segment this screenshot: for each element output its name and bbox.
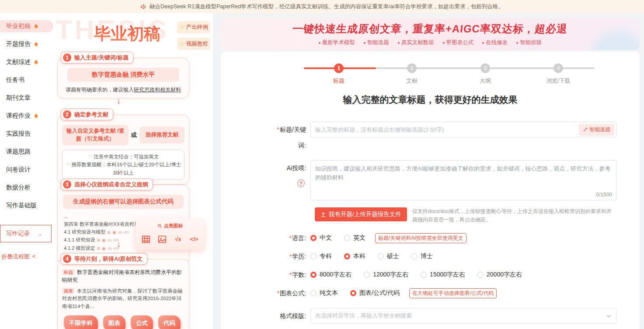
result-title-text: 数字普惠金融对河南省农村居民消费水平的影响研究 xyxy=(62,269,182,283)
radio-label: 博士 xyxy=(421,252,433,260)
bullet-dot xyxy=(319,42,320,44)
radio-selected-icon xyxy=(310,272,317,278)
pill-formula[interactable]: 公式 xyxy=(131,315,153,329)
sidebar-item-thesis-draft[interactable]: 毕业初稿 xyxy=(0,20,53,32)
smart-topic-button[interactable]: 智能选题 xyxy=(579,124,614,136)
label-text: 字数: xyxy=(292,271,306,278)
table-mini-icon: ⊞ xyxy=(97,238,101,242)
degree-label: *学历: xyxy=(271,252,310,261)
radio-label: 15000字左右 xyxy=(430,271,465,279)
sidebar-item-task-book[interactable]: 任务书 xyxy=(0,74,55,86)
english-requirement-tag: 标题/关键词和AI投喂需全部使用英文 xyxy=(375,233,466,243)
school-template-select[interactable]: 先选择对应学历，再输入学校全称搜索 xyxy=(310,308,616,324)
step-4-box: 标题数字普惠金融对河南省农村居民消费水平的影响研究 摘要本文以河南省为研究对象，… xyxy=(57,259,189,329)
radio-bachelor[interactable]: 本科 xyxy=(344,252,366,260)
sidebar-item-label: 毕业初稿 xyxy=(6,22,31,30)
upload-note: 仅支持docx/doc格式，上传较慢需耐心等待，上传之后请在输入框检查识别的要求… xyxy=(412,207,616,224)
magnifier-icon xyxy=(157,224,162,228)
flow-step-3: 3 选择心仪提纲或者自定义提纲 生成提纲的右侧可以选择图表公式代码 ... 第四… xyxy=(57,178,189,265)
announcement-banner: 融合DeepSeek R1满血模型PaperRed学术写作模型，经亿级真实文献训… xyxy=(0,0,644,13)
char-counter: 0/1500 xyxy=(596,192,612,198)
formula-icon[interactable]: √x xyxy=(172,233,184,245)
sidebar-item-label: 数据分析 xyxy=(6,184,31,192)
feature-label: 智能排版 xyxy=(520,39,542,46)
sidebar-item-label: 期刊文章 xyxy=(6,94,31,102)
recommended-reference-option: 选择推荐文献 xyxy=(139,126,184,144)
radio-label: 专科 xyxy=(320,252,332,260)
writing-records-button[interactable]: 写作记录 → xyxy=(0,225,52,242)
step-2-badge: 2 确定参考文献 xyxy=(61,108,113,120)
code-icon[interactable]: </> xyxy=(188,233,200,245)
sidebar-item-data-analysis[interactable]: 数据分析 xyxy=(0,182,55,194)
chart-formula-options: 纯文本 图表/公式/代码 在大纲处可手动选择图表/公式/代码 xyxy=(310,288,497,298)
pill-charts[interactable]: 图表 xyxy=(103,315,125,329)
radio-doctor[interactable]: 博士 xyxy=(411,252,433,260)
collapse-flowchart-button[interactable]: 折叠流程图 < xyxy=(0,253,55,261)
abstract-tag: 摘要 xyxy=(62,288,75,294)
pill-code[interactable]: 代码 xyxy=(158,315,181,329)
radio-english[interactable]: 英文 xyxy=(344,234,366,242)
image-icon[interactable] xyxy=(156,233,168,245)
radio-15000[interactable]: 15000字左右 xyxy=(421,271,465,279)
title-input[interactable] xyxy=(315,126,579,133)
sidebar-item-journal-article[interactable]: 期刊文章 xyxy=(0,92,55,104)
radio-8000[interactable]: 8000字左右 xyxy=(310,271,352,279)
video-tutorial-button[interactable]: ☞ 视频教程 xyxy=(177,38,210,50)
step-number: 1 xyxy=(63,53,71,62)
sidebar-item-proposal-report[interactable]: 开题报告 xyxy=(0,38,55,50)
outline-line-text: 4.1 研究假设与模型 xyxy=(64,229,105,234)
feature-label: 在线修改 xyxy=(486,39,508,46)
radio-20000[interactable]: 20000字左右 xyxy=(477,271,522,279)
stepper-label-literature: 文献 xyxy=(392,77,432,85)
required-star: * xyxy=(289,271,292,278)
flowchart-panel: THESIS 毕业初稿 ☞ 产出样例 ☞ 视频教程 1 输入主题/关键词/标题 … xyxy=(55,13,213,329)
image-mini-icon: ▣ xyxy=(102,246,106,251)
sample-output-button[interactable]: ☞ 产出样例 xyxy=(177,21,210,33)
radio-master[interactable]: 硕士 xyxy=(378,252,399,260)
language-options: 中文 英文 标题/关键词和AI投喂需全部使用英文 xyxy=(310,233,466,243)
template-label: 格式模版: xyxy=(271,308,310,324)
radio-chart-formula-code[interactable]: 图表/公式/代码 xyxy=(350,289,400,297)
sidebar-item-questionnaire-design[interactable]: 问卷设计 xyxy=(0,164,55,176)
custom-reference-option: 输入自定义参考文献 /查新（引文格式） xyxy=(62,125,129,145)
flame-icon xyxy=(33,59,38,66)
degree-options: 专科 本科 硕士 博士 xyxy=(310,252,433,260)
sidebar-item-basic-writing[interactable]: 写作基础版 xyxy=(0,200,55,212)
banner-text: 融合DeepSeek R1满血模型PaperRed学术写作模型，经亿级真实文献训… xyxy=(150,3,504,10)
flow-step-2: 2 确定参考文献 输入自定义参考文献 /查新（引文格式） 或 选择推荐文献 ☞注… xyxy=(57,108,189,185)
sidebar-item-topic-ideas[interactable]: 课题思路 xyxy=(0,146,55,158)
form-title: 输入完整的文章标题，获得更好的生成效果 xyxy=(221,94,640,106)
radio-unselected-icon xyxy=(421,272,427,278)
label-text: Ai投喂: xyxy=(287,164,306,172)
radio-unselected-icon xyxy=(310,253,317,259)
required-star: * xyxy=(277,290,279,297)
radio-unselected-icon xyxy=(477,272,484,278)
pill-any-subject[interactable]: 不限学科 xyxy=(64,315,98,329)
flow-title: 毕业初稿 xyxy=(94,23,160,45)
table-icon[interactable] xyxy=(140,233,152,245)
stepper-label-outline: 大纲 xyxy=(466,77,505,85)
stepper-node-download: 4 xyxy=(553,63,563,73)
radio-associate[interactable]: 专科 xyxy=(310,252,332,260)
radio-12000[interactable]: 12000字左右 xyxy=(364,271,408,279)
formula-mini-icon: √x xyxy=(108,246,111,251)
feature-label: 智能选题 xyxy=(367,39,389,46)
help-icon[interactable]: ? xyxy=(297,179,305,187)
down-arrow-icon: ↓ xyxy=(117,96,121,106)
radio-chinese[interactable]: 中文 xyxy=(310,234,332,242)
chevron-left-icon: < xyxy=(32,253,36,261)
title-field-row: *标题/关键词: 智能选题 xyxy=(271,122,616,153)
radio-selected-icon xyxy=(344,253,350,259)
main-form-card: 1 2 3 4 标题 文献 大纲 浏览/下载 输入完整的文章标题，获得更好的生成… xyxy=(221,52,640,329)
ai-feed-textarea[interactable] xyxy=(311,161,616,200)
step-1-box: 数字普惠金融 消费水平 课题有明确要求的，建议输入研究思路和相关材料 xyxy=(57,58,189,98)
sidebar-item-literature-review[interactable]: 文献综述 xyxy=(0,56,55,68)
upload-proposal-button[interactable]: 我有开题/上传开题报告文件 xyxy=(315,207,407,221)
flame-icon xyxy=(33,41,38,48)
sidebar-item-label: 课题思路 xyxy=(6,148,31,156)
sidebar-item-practice-report[interactable]: 实践报告 xyxy=(0,128,55,140)
sidebar-item-course-homework[interactable]: 课程作业 xyxy=(0,110,55,122)
radio-label: 12000字左右 xyxy=(373,271,408,279)
radio-plain-text[interactable]: 纯文本 xyxy=(310,289,338,297)
feature-item: 真实文献数据 xyxy=(398,39,434,46)
